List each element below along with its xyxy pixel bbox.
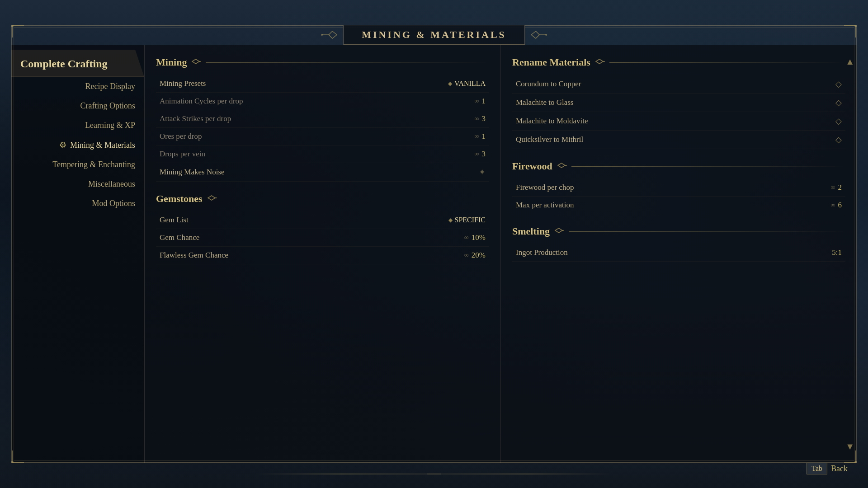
mining-section-title: Mining <box>156 56 187 68</box>
setting-label-firewood-per-chop: Firewood per chop <box>516 183 574 192</box>
setting-label-gem-list: Gem List <box>160 216 189 225</box>
right-column: ▲ Rename Materials Corundum to Copper ◇ <box>501 45 857 463</box>
left-column: Mining Mining Presets ◆ VANILLA <box>145 45 501 463</box>
setting-row-flawless-gem-chance[interactable]: Flawless Gem Chance ∞ 20% <box>156 247 489 264</box>
setting-row-attack-strikes[interactable]: Attack Strikes per drop ∞ 3 <box>156 110 489 128</box>
sidebar-item-crafting-options[interactable]: Crafting Options <box>11 96 144 116</box>
link-icon-8: ∞ <box>831 202 835 209</box>
setting-label-ingot-production: Ingot Production <box>516 248 568 257</box>
mining-section-line <box>206 62 489 63</box>
setting-value-ores-per-drop: ∞ 1 <box>475 132 486 141</box>
setting-value-max-per-activation: ∞ 6 <box>831 201 842 210</box>
sidebar-item-mining-materials[interactable]: ⚙ Mining & Materials <box>11 135 144 155</box>
link-icon-5: ∞ <box>464 234 469 241</box>
rename-ornament <box>595 58 605 66</box>
smelting-section-header: Smelting <box>512 225 845 237</box>
svg-point-5 <box>545 34 547 36</box>
setting-label-attack-strikes: Attack Strikes per drop <box>160 114 231 123</box>
firewood-section-title: Firewood <box>512 160 552 172</box>
rename-materials-section-header: Rename Materials <box>512 56 845 68</box>
setting-value-drops-per-vein: ∞ 3 <box>475 150 486 159</box>
firewood-section-line <box>571 166 845 167</box>
setting-row-quicksilver-mithril[interactable]: Quicksilver to Mithril ◇ <box>512 131 845 149</box>
back-label: Back <box>831 464 848 474</box>
bottom-bar <box>255 474 613 474</box>
setting-label-ores-per-drop: Ores per drop <box>160 132 202 141</box>
setting-row-mining-presets[interactable]: Mining Presets ◆ VANILLA <box>156 75 489 93</box>
bottom-line-right <box>441 474 613 474</box>
mining-ornament <box>191 58 201 66</box>
setting-row-gem-chance[interactable]: Gem Chance ∞ 10% <box>156 229 489 247</box>
gemstones-section-title: Gemstones <box>156 193 203 205</box>
firewood-ornament <box>557 162 567 170</box>
rename-materials-section-title: Rename Materials <box>512 56 590 68</box>
setting-label-malachite-glass: Malachite to Glass <box>516 98 573 107</box>
smelting-ornament <box>554 227 564 235</box>
setting-row-mining-noise[interactable]: Mining Makes Noise ✦ <box>156 163 489 182</box>
gemstones-section-header: Gemstones <box>156 193 489 205</box>
sidebar-item-recipe-display[interactable]: Recipe Display <box>11 77 144 96</box>
tab-key: Tab <box>807 463 827 474</box>
content-area: Complete Crafting Recipe Display Craftin… <box>11 45 857 463</box>
gear-icon: ⚙ <box>59 140 66 150</box>
title-ornament-left <box>320 29 338 41</box>
cross-icon: ✦ <box>479 167 486 177</box>
sidebar-item-miscellaneous[interactable]: Miscellaneous <box>11 174 144 194</box>
link-icon-4: ∞ <box>475 150 479 158</box>
diamond-toggle-corundum[interactable]: ◇ <box>835 79 842 89</box>
bottom-line-left <box>255 474 427 474</box>
smelting-section-title: Smelting <box>512 225 550 237</box>
smelting-section-line <box>569 231 845 232</box>
diamond-toggle-malachite-glass[interactable]: ◇ <box>835 98 842 108</box>
sidebar-item-learning-xp[interactable]: Learning & XP <box>11 116 144 135</box>
setting-value-flawless-gem-chance: ∞ 20% <box>464 251 486 260</box>
setting-row-malachite-moldavite[interactable]: Malachite to Moldavite ◇ <box>512 112 845 131</box>
sidebar-item-mod-options[interactable]: Mod Options <box>11 194 144 213</box>
setting-row-firewood-per-chop[interactable]: Firewood per chop ∞ 2 <box>512 179 845 197</box>
page-title: MINING & MATERIALS <box>343 25 525 45</box>
diamond-toggle-malachite-moldavite[interactable]: ◇ <box>835 116 842 126</box>
link-icon-6: ∞ <box>464 252 469 259</box>
setting-value-attack-strikes: ∞ 3 <box>475 114 486 123</box>
setting-value-gem-list: ◆ SPECIFIC <box>448 216 486 224</box>
mining-section-header: Mining <box>156 56 489 68</box>
setting-row-malachite-glass[interactable]: Malachite to Glass ◇ <box>512 94 845 112</box>
setting-value-mining-presets: ◆ VANILLA <box>448 80 486 88</box>
setting-label-animation-cycles: Animation Cycles per drop <box>160 97 243 106</box>
setting-row-ores-per-drop[interactable]: Ores per drop ∞ 1 <box>156 128 489 145</box>
setting-row-drops-per-vein[interactable]: Drops per vein ∞ 3 <box>156 145 489 163</box>
setting-value-gem-chance: ∞ 10% <box>464 233 486 242</box>
title-ornament-right <box>530 29 548 41</box>
link-icon: ∞ <box>475 98 479 105</box>
setting-label-corundum-copper: Corundum to Copper <box>516 80 581 89</box>
setting-label-gem-chance: Gem Chance <box>160 233 199 242</box>
svg-point-4 <box>321 34 323 36</box>
sidebar-item-tempering-enchanting[interactable]: Tempering & Enchanting <box>11 155 144 174</box>
setting-row-ingot-production[interactable]: Ingot Production 5:1 <box>512 244 845 262</box>
setting-row-gem-list[interactable]: Gem List ◆ SPECIFIC <box>156 211 489 229</box>
setting-label-mining-presets: Mining Presets <box>160 79 206 88</box>
bottom-center <box>427 474 441 474</box>
rename-materials-section-line <box>609 62 845 63</box>
setting-label-max-per-activation: Max per activation <box>516 201 574 210</box>
title-bar: MINING & MATERIALS <box>320 25 548 45</box>
main-panel: Mining Mining Presets ◆ VANILLA <box>145 45 857 463</box>
setting-value-animation-cycles: ∞ 1 <box>475 97 486 106</box>
link-icon-2: ∞ <box>475 115 479 122</box>
setting-row-animation-cycles[interactable]: Animation Cycles per drop ∞ 1 <box>156 93 489 110</box>
gemstones-section-line <box>222 199 489 199</box>
setting-label-drops-per-vein: Drops per vein <box>160 150 205 159</box>
diamond-toggle-quicksilver-mithril[interactable]: ◇ <box>835 135 842 145</box>
setting-value-ingot-production: 5:1 <box>832 248 842 257</box>
gem-tag-icon: ◆ <box>448 217 453 224</box>
setting-label-mining-noise: Mining Makes Noise <box>160 168 225 177</box>
link-icon-7: ∞ <box>831 184 835 191</box>
back-button-area: Tab Back <box>807 463 848 474</box>
setting-row-corundum-copper[interactable]: Corundum to Copper ◇ <box>512 75 845 94</box>
scroll-arrow-up[interactable]: ▲ <box>845 56 854 67</box>
setting-row-max-per-activation[interactable]: Max per activation ∞ 6 <box>512 197 845 214</box>
sidebar-title: Complete Crafting <box>11 50 144 77</box>
firewood-section-header: Firewood <box>512 160 845 172</box>
setting-label-malachite-moldavite: Malachite to Moldavite <box>516 117 588 126</box>
scroll-arrow-down[interactable]: ▼ <box>845 441 854 452</box>
